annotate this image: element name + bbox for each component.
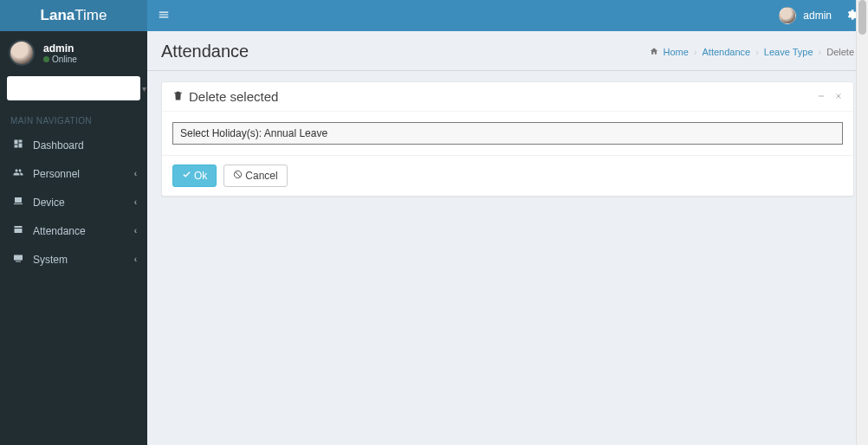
breadcrumb-sep: ›: [755, 47, 759, 57]
page-title: Attendance: [161, 42, 249, 61]
chevron-left-icon: ‹: [134, 226, 137, 235]
sidebar-nav: Dashboard Personnel ‹ Device ‹: [0, 131, 147, 274]
sidebar: LanaTime admin Online ▾ MAIN NAVIGATION: [0, 0, 147, 445]
brand-suffix: Time: [74, 7, 107, 23]
attendance-icon: [10, 224, 26, 237]
cancel-button[interactable]: Cancel: [223, 164, 287, 187]
breadcrumb: Home › Attendance › Leave Type › Delete: [650, 47, 854, 57]
panel-tools: [817, 91, 843, 103]
trash-icon: [172, 89, 184, 104]
sidebar-item-system[interactable]: System ‹: [0, 245, 147, 274]
hamburger-icon[interactable]: [158, 9, 170, 23]
panel-footer: Ok Cancel: [162, 155, 853, 196]
breadcrumb-sep: ›: [819, 47, 822, 57]
content: Delete selected Select Holiday(s): Annua…: [147, 71, 868, 207]
content-header: Attendance Home › Attendance › Leave Typ…: [147, 31, 868, 71]
caret-down-icon: ▾: [142, 84, 146, 94]
panel-body: Select Holiday(s): Annual Leave: [162, 112, 853, 155]
dashboard-icon: [10, 139, 26, 152]
topbar: admin: [147, 0, 868, 31]
sidebar-item-attendance[interactable]: Attendance ‹: [0, 216, 147, 245]
panel-title: Delete selected: [172, 89, 278, 104]
sidebar-item-label: Attendance: [33, 225, 134, 237]
topbar-user-menu[interactable]: admin: [779, 7, 832, 24]
breadcrumb-attendance[interactable]: Attendance: [703, 47, 751, 57]
avatar: [9, 40, 35, 66]
sidebar-item-label: Personnel: [33, 168, 134, 180]
ok-button[interactable]: Ok: [172, 164, 217, 187]
main-area: admin Attendance Home › Attendance › Lea…: [147, 0, 868, 445]
online-dot-icon: [43, 56, 49, 62]
scrollbar[interactable]: [856, 0, 868, 445]
chevron-left-icon: ‹: [134, 197, 137, 207]
avatar: [779, 7, 796, 24]
system-icon: [10, 253, 26, 266]
sidebar-item-dashboard[interactable]: Dashboard: [0, 131, 147, 159]
breadcrumb-current: Delete: [826, 47, 854, 57]
panel-header: Delete selected: [162, 82, 853, 112]
brand-logo[interactable]: LanaTime: [0, 0, 147, 31]
chevron-left-icon: ‹: [134, 255, 137, 264]
sidebar-user-panel: admin Online: [0, 31, 147, 76]
sidebar-item-device[interactable]: Device ‹: [0, 188, 147, 216]
topbar-user-name: admin: [803, 10, 832, 22]
search-input[interactable]: [12, 82, 142, 94]
breadcrumb-sep: ›: [694, 47, 697, 57]
ban-icon: [233, 170, 243, 182]
sidebar-item-label: System: [33, 254, 134, 266]
check-icon: [182, 170, 191, 182]
panel-delete-selected: Delete selected Select Holiday(s): Annua…: [161, 81, 854, 197]
sidebar-user-name: admin: [43, 42, 77, 55]
sidebar-user-status: Online: [43, 55, 77, 64]
sidebar-item-label: Dashboard: [33, 139, 137, 152]
search-select[interactable]: ▾: [7, 76, 140, 100]
breadcrumb-home[interactable]: Home: [650, 47, 688, 57]
selected-items-field: Select Holiday(s): Annual Leave: [172, 122, 843, 145]
home-icon: [650, 47, 661, 57]
device-icon: [10, 196, 26, 209]
scrollbar-thumb[interactable]: [858, 0, 866, 35]
brand-prefix: Lana: [41, 7, 75, 23]
sidebar-item-label: Device: [33, 197, 134, 209]
sidebar-section-header: MAIN NAVIGATION: [0, 107, 147, 131]
breadcrumb-leave-type[interactable]: Leave Type: [764, 47, 813, 57]
chevron-left-icon: ‹: [134, 169, 137, 178]
users-icon: [10, 167, 26, 180]
sidebar-search: ▾: [0, 76, 147, 107]
collapse-button[interactable]: [817, 91, 826, 103]
close-button[interactable]: [834, 91, 843, 103]
sidebar-item-personnel[interactable]: Personnel ‹: [0, 159, 147, 188]
